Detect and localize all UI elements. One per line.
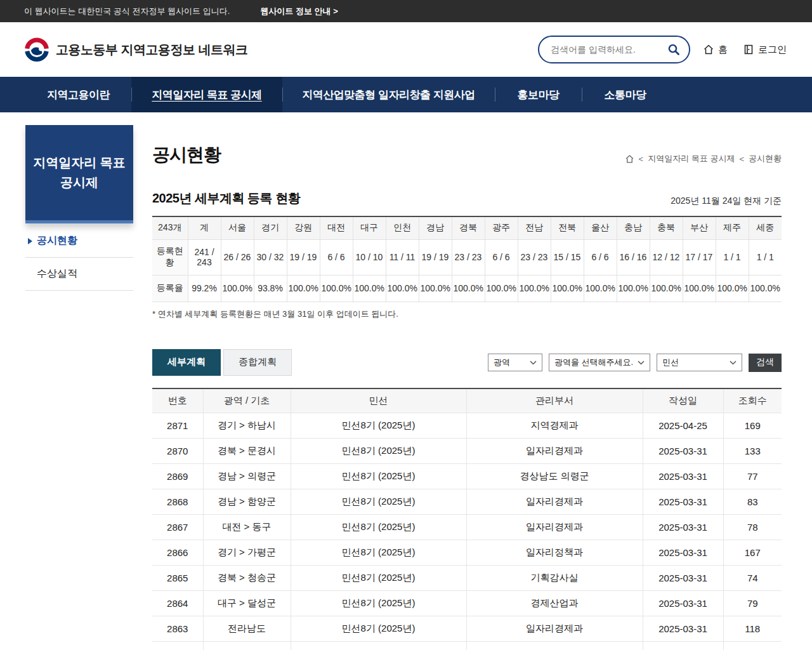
page-title: 공시현황 bbox=[152, 143, 221, 167]
listing-cell: 2025-03-31 bbox=[643, 464, 723, 489]
listing-cell: 2025-03-31 bbox=[643, 616, 723, 642]
home-label: 홈 bbox=[718, 44, 728, 56]
table-row[interactable]: 2864대구 > 달성군민선8기 (2025년)경제산업과2025-03-317… bbox=[152, 591, 782, 616]
listing-cell: 민선8기 (2025년) bbox=[291, 515, 466, 540]
tab-2[interactable]: 종합계획 bbox=[223, 349, 292, 376]
breadcrumb-home-icon[interactable] bbox=[625, 154, 634, 164]
listing-column-header: 관리부서 bbox=[466, 388, 643, 413]
listing-cell: 전라남도 bbox=[203, 616, 291, 642]
listing-cell: 대구 > 달성군 bbox=[203, 591, 291, 616]
chevron-down-icon bbox=[530, 361, 537, 365]
listing-cell: 2866 bbox=[152, 540, 203, 566]
listing-cell: 일자리정책과 bbox=[466, 540, 643, 566]
listing-cell: 2025-03-31 bbox=[643, 540, 723, 566]
stats-value: 100.0% bbox=[518, 275, 551, 302]
filter-select-2[interactable]: 광역을 선택해주세요. bbox=[549, 354, 650, 371]
site-title: 고용노동부 지역고용정보 네트워크 bbox=[56, 41, 248, 58]
listing-cell: 경남 > 의령군 bbox=[203, 464, 291, 489]
stats-region-header: 대전 bbox=[320, 216, 353, 239]
main-content: 공시현황 < 지역일자리 목표 공시제 < 공시현황 2025년 세부계획 등록… bbox=[152, 125, 782, 650]
nav-item-4[interactable]: 홍보마당 bbox=[495, 77, 582, 112]
filter-select-3[interactable]: 민선 bbox=[657, 354, 742, 371]
nav-item-label: 홍보마당 bbox=[518, 88, 560, 102]
listing-cell: 경상남도 의령군 bbox=[466, 464, 643, 489]
stats-region-header: 광주 bbox=[485, 216, 518, 239]
listing-cell: 대전 > 동구 bbox=[203, 515, 291, 540]
stats-region-header: 전북 bbox=[551, 216, 584, 239]
table-row[interactable]: 2866경기 > 가평군민선8기 (2025년)일자리정책과2025-03-31… bbox=[152, 540, 782, 566]
listing-cell: 2025-03-31 bbox=[643, 439, 723, 464]
site-info-link[interactable]: 웹사이트 정보 안내 > bbox=[260, 6, 337, 17]
filter-search-button[interactable]: 검색 bbox=[749, 354, 782, 372]
breadcrumb-separator: < bbox=[639, 154, 644, 164]
table-row[interactable]: 2869경남 > 의령군민선8기 (2025년)경상남도 의령군2025-03-… bbox=[152, 464, 782, 489]
listing-cell bbox=[723, 642, 782, 650]
table-row[interactable]: 2863전라남도민선8기 (2025년)일자리경제과2025-03-31118 bbox=[152, 616, 782, 642]
listing-cell: 2863 bbox=[152, 616, 203, 642]
stats-value: 11 / 11 bbox=[386, 239, 419, 275]
listing-cell: 77 bbox=[723, 464, 782, 489]
listing-cell: 민선8기 (2025년) bbox=[291, 489, 466, 515]
login-label: 로그인 bbox=[758, 44, 787, 56]
chevron-down-icon bbox=[730, 361, 737, 365]
nav-item-3[interactable]: 지역산업맞춤형 일자리창출 지원사업 bbox=[282, 77, 495, 112]
listing-cell bbox=[152, 642, 203, 650]
stats-region-header: 제주 bbox=[716, 216, 749, 239]
nav-item-5[interactable]: 소통마당 bbox=[582, 77, 669, 112]
filter-select-1[interactable]: 광역 bbox=[488, 354, 542, 371]
listing-cell: 민선8기 (2025년) bbox=[291, 439, 466, 464]
stats-value: 17 / 17 bbox=[683, 239, 716, 275]
sidebar-item-disclosure-status[interactable]: 공시현황 bbox=[25, 225, 133, 258]
listing-column-header: 민선 bbox=[291, 388, 466, 413]
listing-cell: 2865 bbox=[152, 566, 203, 591]
login-door-icon bbox=[743, 44, 754, 55]
nav-item-1[interactable]: 지역고용이란 bbox=[25, 77, 131, 112]
table-row[interactable]: 2871경기 > 하남시민선8기 (2025년)지역경제과2025-04-251… bbox=[152, 413, 782, 439]
listing-cell: 민선8기 (2025년) bbox=[291, 616, 466, 642]
listing-cell: 167 bbox=[723, 540, 782, 566]
stats-value: 100.0% bbox=[419, 275, 452, 302]
header-search-box bbox=[538, 36, 690, 63]
header-utilities: 홈 로그인 bbox=[538, 36, 787, 63]
listing-cell: 2025-03-31 bbox=[643, 489, 723, 515]
plan-tabs: 세부계획종합계획 bbox=[152, 349, 292, 376]
plan-toolbar: 세부계획종합계획 광역광역을 선택해주세요.민선검색 bbox=[152, 349, 782, 376]
site-logo-link[interactable]: 고용노동부 지역고용정보 네트워크 bbox=[24, 37, 248, 62]
listing-cell: 74 bbox=[723, 566, 782, 591]
select-value: 광역 bbox=[494, 357, 510, 368]
breadcrumb-item-parent[interactable]: 지역일자리 목표 공시제 bbox=[648, 153, 735, 164]
site-header: 고용노동부 지역고용정보 네트워크 홈 bbox=[0, 22, 812, 77]
login-link[interactable]: 로그인 bbox=[743, 44, 787, 56]
listing-table-body: 2871경기 > 하남시민선8기 (2025년)지역경제과2025-04-251… bbox=[152, 413, 782, 650]
stats-row: 등록율99.2%100.0%93.8%100.0%100.0%100.0%100… bbox=[152, 275, 782, 302]
table-row[interactable]: 2865경북 > 청송군민선8기 (2025년)기획감사실2025-03-317… bbox=[152, 566, 782, 591]
sidebar-item-award-results[interactable]: 수상실적 bbox=[25, 258, 133, 291]
search-icon[interactable] bbox=[667, 43, 681, 56]
update-note: * 연차별 세부계획 등록현황은 매년 3월 31일 이후 업데이트 됩니다. bbox=[152, 308, 782, 320]
breadcrumb-item-current[interactable]: 공시현황 bbox=[749, 153, 782, 164]
stats-region-header: 경남 bbox=[419, 216, 452, 239]
listing-cell: 경북 > 문경시 bbox=[203, 439, 291, 464]
listing-cell: 경북 > 청송군 bbox=[203, 566, 291, 591]
stats-value: 30 / 32 bbox=[254, 239, 287, 275]
listing-cell bbox=[203, 642, 291, 650]
nav-item-label: 지역산업맞춤형 일자리창출 지원사업 bbox=[302, 88, 475, 102]
listing-header-row: 번호광역 / 기초민선관리부서작성일조회수 bbox=[152, 388, 782, 413]
home-link[interactable]: 홈 bbox=[703, 44, 728, 56]
tab-1[interactable]: 세부계획 bbox=[152, 349, 221, 376]
stats-value: 100.0% bbox=[617, 275, 650, 302]
table-row[interactable]: 2870경북 > 문경시민선8기 (2025년)일자리경제과2025-03-31… bbox=[152, 439, 782, 464]
table-row[interactable]: 2867대전 > 동구민선8기 (2025년)일자리경제과2025-03-317… bbox=[152, 515, 782, 540]
listing-column-header: 번호 bbox=[152, 388, 203, 413]
stats-region-header: 계 bbox=[188, 216, 221, 239]
listing-cell: 일자리경제과 bbox=[466, 616, 643, 642]
chevron-down-icon bbox=[638, 361, 645, 365]
stats-region-header: 경북 bbox=[452, 216, 485, 239]
stats-value: 100.0% bbox=[386, 275, 419, 302]
table-row[interactable]: 2868경남 > 함양군민선8기 (2025년)일자리경제과2025-03-31… bbox=[152, 489, 782, 515]
stats-value: 19 / 19 bbox=[287, 239, 320, 275]
nav-item-2[interactable]: 지역일자리 목표 공시제 bbox=[131, 77, 282, 112]
listing-cell: 2025-03-31 bbox=[643, 515, 723, 540]
search-input[interactable] bbox=[551, 44, 667, 55]
stats-value: 241 / 243 bbox=[188, 239, 221, 275]
